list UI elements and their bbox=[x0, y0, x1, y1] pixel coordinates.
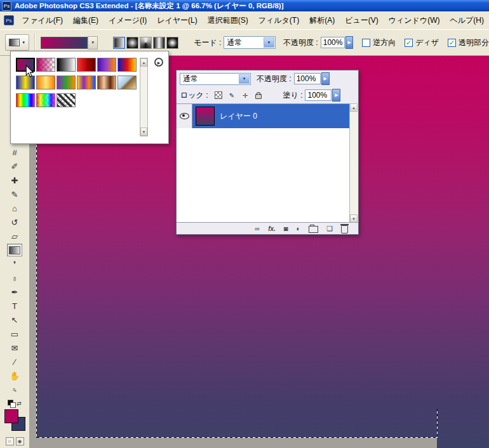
checkbox-icon[interactable]: ✓ bbox=[448, 39, 456, 47]
standard-mode-icon[interactable]: ○ bbox=[6, 437, 14, 445]
hand-tool-icon[interactable]: ✋ bbox=[7, 369, 22, 382]
gradient-type-buttons bbox=[113, 37, 178, 49]
brush-tool-icon[interactable]: ✎ bbox=[7, 188, 22, 201]
zoom-tool-icon[interactable]: ♀ bbox=[7, 383, 22, 396]
clone-stamp-tool-icon[interactable]: ⌂ bbox=[7, 202, 22, 214]
menu-layer[interactable]: レイヤー(L) bbox=[152, 13, 203, 28]
menu-view[interactable]: ビュー(V) bbox=[340, 13, 384, 28]
new-adjustment-layer-icon[interactable]: ◐ bbox=[296, 225, 300, 232]
lock-transparency-icon[interactable] bbox=[213, 90, 224, 100]
layer-style-icon[interactable]: fx. bbox=[268, 225, 276, 232]
opacity-input[interactable]: 100% bbox=[321, 37, 345, 48]
default-colors-icon[interactable] bbox=[8, 400, 15, 407]
menu-file[interactable]: ファイル(F) bbox=[17, 13, 68, 28]
color-swatches bbox=[3, 409, 26, 435]
transparency-checkbox[interactable]: ✓ 透明部分 bbox=[448, 37, 489, 48]
type-tool-icon[interactable]: T bbox=[7, 300, 22, 312]
scroll-up-icon[interactable]: ▲ bbox=[350, 103, 358, 112]
selection-marching-ants-bottom bbox=[37, 437, 437, 438]
gradient-picker-toggle[interactable]: ▼ bbox=[88, 36, 98, 49]
reflected-gradient-button[interactable] bbox=[153, 37, 165, 49]
link-layers-icon[interactable]: ∞ bbox=[255, 225, 260, 232]
lock-paint-icon[interactable]: ✎ bbox=[227, 90, 238, 100]
panel-menu-icon[interactable]: ▶ bbox=[154, 58, 163, 67]
diamond-gradient-button[interactable] bbox=[166, 37, 178, 49]
menu-window[interactable]: ウィンドウ(W) bbox=[384, 13, 445, 28]
document-icon: Ps bbox=[4, 15, 14, 25]
gradient-preset-orange-yellow-orange[interactable] bbox=[36, 76, 55, 89]
tool-preset-picker[interactable]: ▼ bbox=[5, 34, 29, 51]
blend-mode-select[interactable]: 通常 ▼ bbox=[224, 36, 276, 49]
dodge-tool-icon[interactable]: ♁ bbox=[7, 272, 22, 284]
gradient-preset-transparent-stripes[interactable] bbox=[57, 93, 76, 107]
pen-tool-icon[interactable]: ✒ bbox=[7, 286, 22, 298]
opacity-slider-button[interactable]: ▶ bbox=[345, 36, 353, 49]
notes-tool-icon[interactable]: ✉ bbox=[7, 341, 22, 354]
chevron-down-icon[interactable]: ▼ bbox=[239, 74, 250, 84]
fill-input[interactable]: 100% bbox=[305, 89, 332, 101]
fill-slider-button[interactable]: ▶ bbox=[332, 89, 340, 102]
foreground-color-swatch[interactable] bbox=[4, 409, 18, 423]
layers-blend-mode-select[interactable]: 通常 ▼ bbox=[180, 73, 251, 85]
gradient-preset-reds[interactable] bbox=[77, 58, 96, 72]
gradient-preset-transparent-rainbow[interactable] bbox=[36, 93, 55, 107]
gradient-tool-icon[interactable] bbox=[7, 244, 22, 256]
menu-help[interactable]: ヘルプ(H) bbox=[445, 13, 489, 28]
delete-layer-icon[interactable] bbox=[341, 225, 348, 234]
radial-gradient-button[interactable] bbox=[126, 37, 138, 49]
chevron-down-icon[interactable]: ▼ bbox=[264, 37, 274, 48]
layer-thumbnail[interactable] bbox=[196, 107, 215, 126]
linear-gradient-button[interactable] bbox=[113, 37, 125, 49]
slice-tool-icon[interactable]: ✐ bbox=[7, 160, 22, 173]
eye-icon bbox=[180, 113, 189, 119]
gradient-preset-spectrum[interactable] bbox=[16, 93, 35, 107]
menu-filter[interactable]: フィルタ(T) bbox=[253, 13, 304, 28]
checkbox-icon[interactable]: ✓ bbox=[405, 39, 413, 47]
gradient-preset-violet-green-orange[interactable] bbox=[57, 76, 76, 89]
menu-image[interactable]: イメージ(I) bbox=[104, 13, 152, 28]
angle-gradient-button[interactable] bbox=[140, 37, 152, 49]
menu-select[interactable]: 選択範囲(S) bbox=[203, 13, 253, 28]
scroll-down-icon[interactable]: ▼ bbox=[140, 128, 147, 136]
scroll-up-icon[interactable]: ▲ bbox=[140, 58, 147, 67]
layer-visibility-toggle[interactable] bbox=[177, 104, 192, 128]
layers-opacity-slider-button[interactable]: ▶ bbox=[321, 72, 330, 85]
dither-checkbox[interactable]: ✓ ディザ bbox=[405, 37, 439, 48]
current-gradient-swatch[interactable] bbox=[41, 37, 88, 49]
window-title: Adobe Photoshop CS3 Extended - [名称未設定 1 … bbox=[15, 1, 284, 11]
gradient-preset-yellow-violet-orange-blue[interactable] bbox=[77, 76, 96, 89]
history-brush-tool-icon[interactable]: ↺ bbox=[7, 216, 22, 228]
crop-tool-icon[interactable]: # bbox=[7, 146, 22, 159]
lock-move-icon[interactable]: ✛ bbox=[240, 90, 251, 100]
layer-row[interactable]: レイヤー 0 bbox=[177, 104, 350, 128]
lock-all-icon[interactable] bbox=[253, 90, 264, 100]
gradient-preset-fg-to-transparent[interactable] bbox=[36, 58, 55, 72]
gradient-preset-copper[interactable] bbox=[97, 76, 116, 89]
layers-scrollbar[interactable]: ▲ ▼ bbox=[349, 103, 358, 223]
eraser-tool-icon[interactable]: ▱ bbox=[7, 230, 22, 242]
gradient-picker-scrollbar[interactable]: ▲ ▼ bbox=[140, 58, 148, 136]
layers-opacity-input[interactable]: 100% bbox=[294, 73, 321, 84]
blur-tool-icon[interactable]: ❜ bbox=[7, 258, 22, 270]
layers-bottom-bar: ∞ fx. ◙ ◐ ❏ bbox=[177, 222, 358, 234]
menu-edit[interactable]: 編集(E) bbox=[68, 13, 104, 28]
menu-analysis[interactable]: 解析(A) bbox=[304, 13, 340, 28]
layers-opacity-value: 100% bbox=[297, 74, 316, 83]
gradient-preset-black-white[interactable] bbox=[57, 58, 76, 72]
healing-brush-tool-icon[interactable]: ✚ bbox=[7, 174, 22, 187]
swap-colors-icon[interactable]: ⇄ bbox=[17, 400, 22, 407]
gradient-preset-blue-yellow-blue[interactable] bbox=[16, 76, 35, 89]
reverse-checkbox[interactable]: 逆方向 bbox=[362, 37, 396, 48]
quick-mask-mode-icon[interactable]: ◉ bbox=[16, 437, 24, 445]
shape-tool-icon[interactable]: ▭ bbox=[7, 327, 22, 340]
new-group-icon[interactable] bbox=[309, 226, 318, 233]
gradient-preset-violet-orange[interactable] bbox=[97, 58, 116, 72]
eyedropper-tool-icon[interactable]: ∕ bbox=[7, 355, 22, 368]
new-layer-icon[interactable]: ❏ bbox=[326, 225, 333, 233]
gradient-preset-blue-red-yellow[interactable] bbox=[117, 58, 137, 72]
gradient-preset-chrome[interactable] bbox=[117, 76, 137, 89]
add-layer-mask-icon[interactable]: ◙ bbox=[284, 225, 288, 232]
menu-bar: Ps ファイル(F) 編集(E) イメージ(I) レイヤー(L) 選択範囲(S)… bbox=[0, 11, 489, 29]
checkbox-icon[interactable] bbox=[362, 39, 370, 47]
path-selection-tool-icon[interactable]: ↖ bbox=[7, 313, 22, 326]
